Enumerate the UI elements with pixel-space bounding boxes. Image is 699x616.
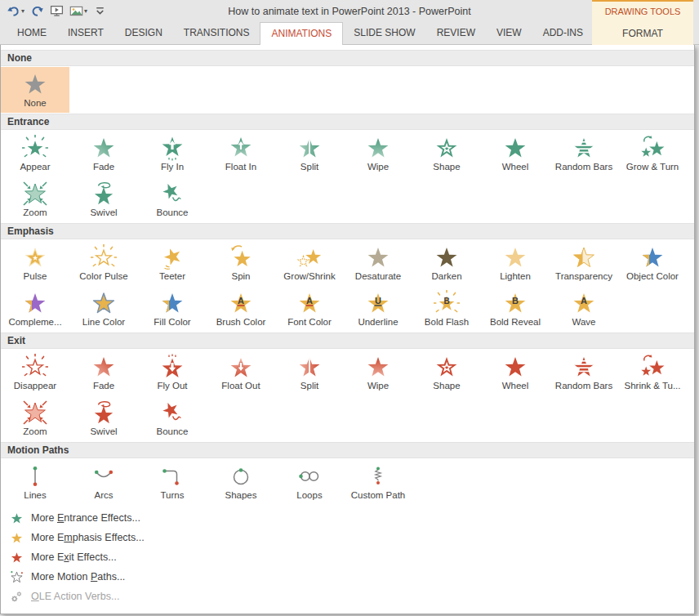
gallery-item-appear[interactable]: Appear [1, 131, 69, 176]
tab-add-ins[interactable]: ADD-INS [532, 22, 594, 44]
gallery-item-shapes[interactable]: Shapes [207, 459, 275, 505]
svg-text:A: A [306, 295, 313, 305]
gallery-item-custom-path[interactable]: Custom Path [344, 459, 412, 505]
tab-design[interactable]: DESIGN [114, 22, 173, 44]
gallery-item-wipe[interactable]: Wipe [344, 350, 412, 395]
tab-format[interactable]: FORMAT [592, 22, 693, 45]
gallery-item-label: Swivel [90, 426, 117, 436]
fade-icon [91, 352, 117, 381]
gallery-item-bold-reveal[interactable]: BBold Reveal [481, 286, 550, 332]
menu-label-part: More E [31, 551, 64, 563]
undo-icon[interactable]: ▾ [6, 3, 25, 19]
gallery-item-wheel[interactable]: Wheel [481, 350, 550, 395]
menu-item-label: More Emphasis Effects... [31, 532, 145, 543]
line-color-icon [91, 288, 117, 317]
gallery-item-brush-color[interactable]: ABrush Color [207, 286, 275, 332]
tab-slide-show[interactable]: SLIDE SHOW [343, 22, 425, 44]
gallery-item-swivel[interactable]: Swivel [69, 176, 138, 222]
darken-icon [434, 243, 460, 271]
menu-label-part: phasis Effects... [73, 532, 145, 543]
gallery-item-label: Split [301, 381, 318, 391]
star-outline-dots-icon [8, 569, 24, 585]
gallery-item-wheel[interactable]: Wheel [481, 131, 550, 176]
custom-path-icon [365, 462, 391, 490]
gallery-item-underline[interactable]: UUnderline [344, 286, 412, 332]
gallery-item-float-in[interactable]: Float In [207, 131, 275, 176]
gallery-item-disappear[interactable]: Disappear [1, 350, 69, 395]
color-pulse-icon [91, 243, 117, 271]
tab-review[interactable]: REVIEW [426, 22, 486, 44]
gallery-item-lines[interactable]: Lines [1, 459, 69, 505]
gallery-item-bounce[interactable]: Bounce [138, 395, 207, 441]
tab-insert[interactable]: INSERT [57, 22, 114, 44]
none-icon [22, 69, 48, 98]
gallery-item-loops[interactable]: Loops [275, 459, 344, 505]
customize-qat-icon[interactable] [92, 3, 108, 19]
gallery-item-shape[interactable]: Shape [412, 350, 481, 395]
gallery-item-turns[interactable]: Turns [138, 459, 207, 505]
gallery-item-lighten[interactable]: Lighten [481, 240, 550, 286]
gallery-item-split[interactable]: Split [275, 131, 344, 176]
gallery-item-fly-out[interactable]: Fly Out [138, 350, 207, 395]
gallery-item-fade[interactable]: Fade [69, 131, 138, 176]
split-icon [296, 133, 323, 162]
gallery-item-arcs[interactable]: Arcs [69, 459, 138, 505]
insert-picture-icon[interactable]: ▾ [69, 3, 88, 19]
tab-transitions[interactable]: TRANSITIONS [173, 22, 260, 44]
gallery-item-bounce[interactable]: Bounce [138, 176, 207, 222]
gallery-item-label: Lines [24, 490, 47, 500]
gallery-item-fly-in[interactable]: Fly In [138, 131, 207, 176]
menu-item-more-motion-paths[interactable]: More Motion Paths... [1, 567, 694, 587]
gallery-item-spin[interactable]: Spin [207, 240, 275, 286]
gallery-item-pulse[interactable]: Pulse [1, 240, 69, 286]
menu-item-more-exit-effects[interactable]: More Exit Effects... [1, 547, 694, 567]
gallery-item-label: Underline [358, 317, 398, 327]
menu-label-part: More Motion [31, 571, 91, 583]
gallery-item-label: Pulse [24, 271, 47, 281]
gallery-item-shrink-tu[interactable]: Shrink & Tu... [618, 350, 687, 395]
tab-animations[interactable]: ANIMATIONS [260, 22, 343, 45]
wipe-icon [365, 133, 391, 162]
gallery-item-label: Wave [572, 317, 596, 327]
gallery-item-grow-shrink[interactable]: Grow/Shrink [275, 240, 344, 286]
gallery-item-teeter[interactable]: Teeter [138, 240, 207, 286]
star-solid-icon [8, 549, 24, 565]
gallery-footer-menu: More Entrance Effects...More Emphasis Ef… [1, 506, 694, 606]
gallery-item-object-color[interactable]: Object Color [618, 240, 687, 286]
tab-home[interactable]: HOME [7, 22, 57, 44]
gallery-item-line-color[interactable]: Line Color [69, 286, 138, 332]
gallery-item-desaturate[interactable]: Desaturate [344, 240, 412, 286]
gallery-item-compleme[interactable]: Compleme... [1, 286, 69, 332]
tab-view[interactable]: VIEW [486, 22, 532, 44]
gallery-item-swivel[interactable]: Swivel [69, 395, 138, 441]
gallery-item-transparency[interactable]: Transparency [550, 240, 618, 286]
fly-in-icon [159, 133, 185, 162]
fly-out-icon [159, 352, 185, 381]
repeat-icon[interactable] [29, 3, 45, 19]
arcs-icon [91, 462, 117, 490]
gallery-item-bold-flash[interactable]: BBold Flash [412, 286, 481, 332]
menu-item-more-emphasis-effects[interactable]: More Emphasis Effects... [1, 528, 694, 547]
gallery-item-shape[interactable]: Shape [412, 131, 481, 176]
menu-item-more-entrance-effects[interactable]: More Entrance Effects... [1, 508, 694, 528]
menu-item-label: OLE Action Verbs... [31, 591, 119, 602]
gallery-item-color-pulse[interactable]: Color Pulse [69, 240, 138, 286]
gallery-item-random-bars[interactable]: Random Bars [550, 131, 618, 176]
gallery-item-zoom[interactable]: Zoom [1, 395, 69, 441]
gallery-item-split[interactable]: Split [275, 350, 344, 395]
bold-reveal-icon: B [502, 288, 528, 317]
gallery-item-none[interactable]: None [1, 67, 69, 113]
gallery-item-fade[interactable]: Fade [69, 350, 138, 395]
start-presentation-icon[interactable] [49, 3, 65, 19]
gallery-item-label: Teeter [159, 271, 185, 281]
gallery-item-wipe[interactable]: Wipe [344, 131, 412, 176]
svg-text:U: U [375, 295, 381, 305]
gallery-item-zoom[interactable]: Zoom [1, 176, 69, 222]
gallery-item-wave[interactable]: AWave [550, 286, 618, 332]
gallery-item-font-color[interactable]: AFont Color [275, 286, 344, 332]
gallery-item-random-bars[interactable]: Random Bars [550, 350, 618, 395]
gallery-item-fill-color[interactable]: Fill Color [138, 286, 207, 332]
gallery-item-float-out[interactable]: Float Out [207, 350, 275, 395]
gallery-item-grow-turn[interactable]: Grow & Turn [618, 131, 687, 176]
gallery-item-darken[interactable]: Darken [412, 240, 481, 286]
